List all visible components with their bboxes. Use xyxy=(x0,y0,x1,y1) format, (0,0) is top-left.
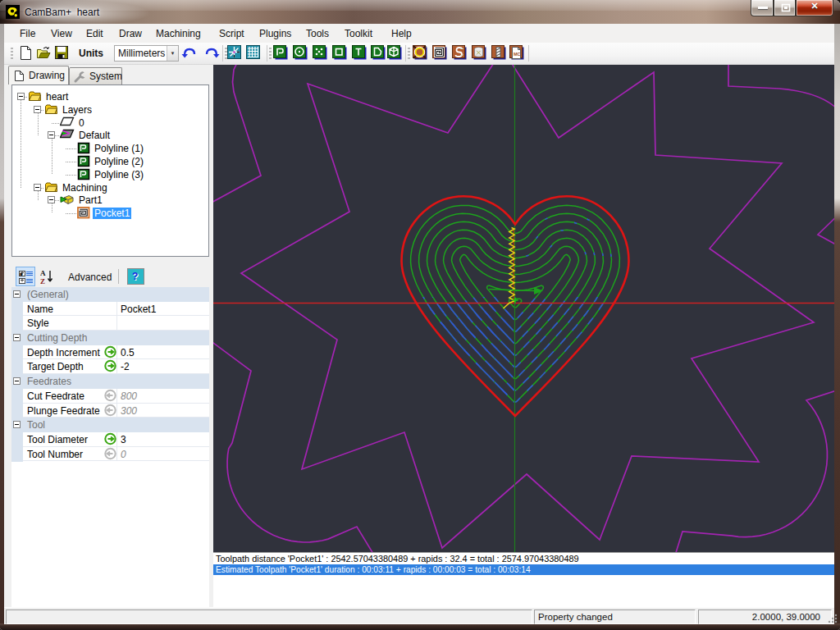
svg-text:■: ■ xyxy=(20,272,23,276)
svg-text:A: A xyxy=(40,269,46,277)
svg-text:MC: MC xyxy=(514,52,521,57)
svg-text:Z: Z xyxy=(40,277,45,285)
